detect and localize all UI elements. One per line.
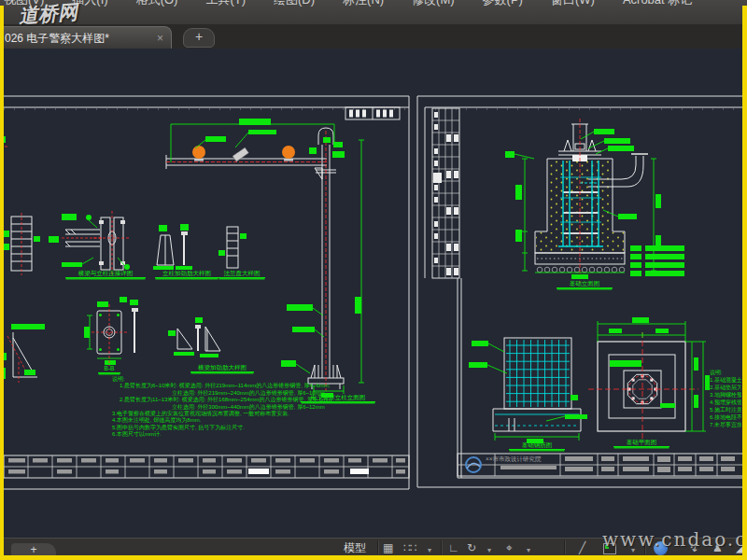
active-drawing-tab[interactable]: 026 电子警察大样图* ×: [0, 26, 172, 49]
menu-item-parametric[interactable]: 参数(P): [483, 0, 523, 12]
polar-tracking-icon[interactable]: ↻: [467, 540, 476, 555]
application-window: 视图(V) 插入(I) 格式(O) 工具(T) 绘图(D) 标注(N) 修改(M…: [0, 0, 747, 560]
right-strip-table: [432, 108, 459, 278]
ortho-icon[interactable]: ∟: [448, 540, 459, 555]
caption-beam-column-connection: 横梁与立柱连接详图: [65, 270, 146, 278]
camera-1: [192, 146, 205, 159]
left-title-strip: [4, 455, 409, 478]
frame-border-left: [0, 6, 4, 560]
caption-flange: 法兰盘大样图: [218, 270, 265, 278]
mast-arm-elevation: [166, 119, 364, 398]
drawing-canvas[interactable]: 横梁与立柱连接详图 立柱加劲肋大样图 法兰盘大样图 B-B 横梁加劲肋大样图 电…: [0, 49, 747, 538]
frame-border-bottom: [0, 555, 747, 560]
detail-beam-column-connection: [49, 211, 131, 276]
camera-bracket: [233, 147, 248, 161]
detail-flange-side: [2, 213, 40, 275]
menu-bar: 视图(V) 插入(I) 格式(O) 工具(T) 绘图(D) 标注(N) 修改(M…: [0, 0, 747, 24]
detail-beam-stiffener: [168, 317, 220, 357]
title-block-organization: ××市市政设计研究院: [486, 455, 542, 464]
grid-icon[interactable]: ∷∷: [403, 540, 416, 555]
file-tab-bar: 026 电子警察大样图* × +: [0, 24, 747, 49]
model-space-button[interactable]: 模型: [344, 540, 366, 555]
menu-item-format[interactable]: 格式(O): [136, 0, 178, 12]
caption-section-bb: B-B: [98, 365, 120, 373]
caption-foundation-elevation: 基础立面图: [557, 280, 613, 288]
right-sheet-notes: 说明: 1.基础混凝土为C25; 2.基础垫层为C10素砼; 3.地脚螺栓预埋定…: [710, 369, 741, 428]
tab-close-icon[interactable]: ×: [157, 27, 163, 49]
menu-item-window[interactable]: 窗口(W): [551, 0, 595, 12]
menu-item-insert[interactable]: 插入(I): [72, 0, 107, 12]
watermark-top-left: 道桥网: [18, 0, 78, 29]
watermark-bottom-right: www.cndao.com: [602, 528, 747, 551]
caption-foundation-plan: 基础平面图: [613, 439, 669, 447]
menu-item-dimension[interactable]: 标注(N): [343, 0, 384, 12]
lineweight-icon[interactable]: ╱: [579, 540, 585, 555]
caption-beam-stiffener: 横梁加劲肋大样图: [190, 364, 254, 372]
foundation-rebar-cage: [469, 338, 587, 443]
new-tab-button[interactable]: +: [183, 28, 215, 48]
detail-section-bb: [84, 297, 138, 366]
camera-2: [282, 146, 295, 159]
left-sheet-notes: 说明: 1.悬臂长度为6~10米时: 横梁选用: 外径219mm~114mm的八…: [112, 376, 333, 439]
menu-item-draw[interactable]: 绘图(D): [274, 0, 315, 12]
caption-foundation-rebar: 基础钢筋图: [509, 441, 565, 450]
menu-item-acrobat[interactable]: Acrobat 标记: [623, 0, 692, 12]
caption-column-stiffener: 立柱加劲肋大样图: [155, 270, 218, 278]
detail-flange-small: [218, 227, 247, 268]
object-snap-icon[interactable]: ⌖: [506, 540, 513, 555]
foundation-elevation: [505, 119, 684, 283]
menu-item-tools[interactable]: 工具(T): [205, 0, 246, 12]
detail-column-stiffener: [153, 224, 192, 270]
foundation-plan: [588, 317, 710, 441]
snap-icon[interactable]: ▦: [383, 540, 393, 555]
menu-item-modify[interactable]: 修改(M): [412, 0, 455, 12]
drawing-linework: [0, 49, 747, 538]
frame-border-right: [742, 6, 747, 560]
detail-angle-bracket: [0, 324, 45, 383]
